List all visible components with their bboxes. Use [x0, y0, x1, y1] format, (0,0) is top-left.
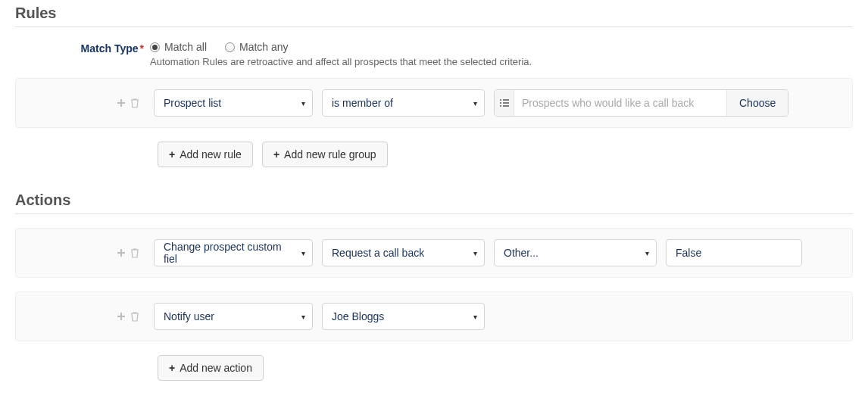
- add-icon[interactable]: [116, 311, 126, 322]
- action-row: Notify user Joe Bloggs: [15, 291, 853, 341]
- rule-value-lookup: Choose: [494, 89, 788, 117]
- action-field-select[interactable]: Request a call back: [322, 239, 485, 266]
- rule-operator-select[interactable]: is member of: [322, 89, 485, 117]
- action-type-select[interactable]: Notify user: [154, 303, 313, 330]
- add-new-rule-button[interactable]: + Add new rule: [158, 142, 253, 167]
- radio-icon: [225, 42, 235, 52]
- action-row: Change prospect custom fiel Request a ca…: [15, 228, 853, 278]
- rule-row: Prospect list is member of Choose: [15, 78, 853, 128]
- add-icon[interactable]: [116, 98, 126, 108]
- action-user-select[interactable]: Joe Bloggs: [322, 303, 485, 330]
- trash-icon[interactable]: [130, 248, 140, 258]
- list-icon: [495, 90, 514, 116]
- plus-icon: +: [169, 362, 175, 374]
- match-type-helper: Automation Rules are retroactive and aff…: [150, 56, 853, 67]
- trash-icon[interactable]: [130, 98, 140, 108]
- match-any-label: Match any: [239, 41, 289, 53]
- trash-icon[interactable]: [130, 311, 140, 322]
- action-value-input[interactable]: False: [666, 239, 802, 266]
- add-icon[interactable]: [116, 248, 126, 258]
- choose-button[interactable]: Choose: [726, 90, 788, 116]
- rule-value-input[interactable]: [514, 90, 726, 116]
- match-all-label: Match all: [164, 41, 207, 53]
- rules-heading: Rules: [15, 0, 853, 27]
- radio-icon: [150, 42, 160, 52]
- match-type-label: Match Type*: [15, 41, 144, 55]
- add-new-rule-group-button[interactable]: + Add new rule group: [262, 142, 388, 167]
- match-all-radio[interactable]: Match all: [150, 41, 207, 53]
- actions-heading: Actions: [15, 187, 853, 214]
- add-new-action-button[interactable]: + Add new action: [158, 355, 264, 381]
- action-operator-select[interactable]: Other...: [494, 239, 657, 266]
- plus-icon: +: [273, 148, 279, 160]
- match-any-radio[interactable]: Match any: [225, 41, 289, 53]
- action-type-select[interactable]: Change prospect custom fiel: [154, 239, 313, 266]
- plus-icon: +: [169, 148, 175, 160]
- rule-field-select[interactable]: Prospect list: [154, 89, 313, 117]
